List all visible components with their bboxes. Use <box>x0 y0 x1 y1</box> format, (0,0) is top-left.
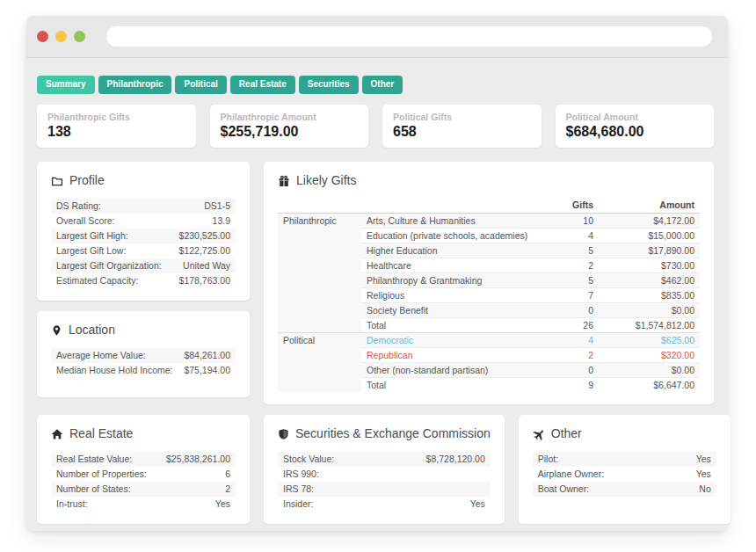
panel-title-text: Location <box>69 323 115 338</box>
browser-topbar <box>26 16 728 58</box>
row-value: $75,194.00 <box>184 366 230 375</box>
securities-panel: Securities & Exchange Commission Stock V… <box>264 415 505 524</box>
other-table: Pilot:YesAirplane Owner:YesBoat Owner:No <box>533 452 716 497</box>
gift-name-cell: Society Benefit <box>361 303 542 318</box>
location-panel-title: Location <box>51 323 236 338</box>
stat-cards-row: Philanthropic Gifts138Philanthropic Amou… <box>37 105 714 148</box>
gift-count-cell: 7 <box>542 288 599 303</box>
plane-icon <box>533 428 545 440</box>
tab-securities[interactable]: Securities <box>299 76 359 94</box>
table-row: Largest Gift Low:$122,725.00 <box>51 243 236 258</box>
shield-icon <box>278 428 289 440</box>
panel-title-text: Other <box>551 426 582 441</box>
gift-count-cell: 26 <box>542 318 599 333</box>
stat-card-political-amount: Political Amount$684,680.00 <box>556 105 715 148</box>
row-value: $84,261.00 <box>184 351 230 360</box>
gift-amount-cell: $320.00 <box>599 348 700 363</box>
row-label: Largest Gift High: <box>56 231 128 241</box>
gift-count-cell: 0 <box>542 303 599 318</box>
row-label: In-trust: <box>56 499 88 509</box>
table-row: PhilanthropicArts, Culture & Humanities1… <box>278 214 700 229</box>
panel-title-text: Securities & Exchange Commission <box>295 426 491 441</box>
gift-name-cell: Religious <box>361 288 542 303</box>
browser-window: SummaryPhilanthropicPoliticalReal Estate… <box>26 16 728 531</box>
table-row: PoliticalDemocratic4$625.00 <box>278 333 700 348</box>
panel-title-text: Real Estate <box>69 426 133 441</box>
stat-card-philanthropic-amount: Philanthropic Amount$255,719.00 <box>210 105 369 148</box>
window-zoom-button[interactable] <box>74 31 85 42</box>
gift-count-cell: 4 <box>542 229 599 243</box>
gift-name-cell: Total <box>361 318 542 333</box>
likely-gifts-body: PhilanthropicArts, Culture & Humanities1… <box>278 214 700 393</box>
row-label: Stock Value: <box>283 454 334 464</box>
gift-amount-cell: $730.00 <box>599 258 700 273</box>
securities-panel-title: Securities & Exchange Commission <box>278 426 491 441</box>
gift-amount-cell: $4,172.00 <box>599 214 700 229</box>
gift-name-cell: Higher Education <box>361 243 542 258</box>
url-input[interactable] <box>106 26 712 47</box>
row-value: 2 <box>225 484 230 494</box>
table-row: Median House Hold Income:$75,194.00 <box>51 363 236 378</box>
table-row: Stock Value:$8,728,120.00 <box>278 452 491 467</box>
left-column: Profile DS Rating:DS1-5Overall Score:13.… <box>37 162 250 397</box>
real-estate-panel-title: Real Estate <box>51 426 236 441</box>
likely-gifts-panel: Likely Gifts Gifts Amount PhilanthropicA… <box>264 162 714 404</box>
table-row: DS Rating:DS1-5 <box>51 199 236 214</box>
other-panel-title: Other <box>533 426 716 441</box>
row-value: $178,763.00 <box>179 276 230 286</box>
real-estate-panel: Real Estate Real Estate Value:$25,838,26… <box>37 415 250 524</box>
row-value: 13.9 <box>213 216 230 226</box>
table-row: IRS 78: <box>278 482 491 497</box>
securities-table: Stock Value:$8,728,120.00IRS 990:IRS 78:… <box>278 452 491 512</box>
table-row: Overall Score:13.9 <box>51 214 236 229</box>
row-label: DS Rating: <box>56 201 101 211</box>
table-row: Pilot:Yes <box>533 452 716 467</box>
gift-name-cell: Philanthropy & Grantmaking <box>361 273 542 288</box>
gift-amount-cell: $0.00 <box>599 303 700 318</box>
row-label: IRS 78: <box>283 484 314 494</box>
col-category <box>278 197 361 214</box>
map-marker-icon <box>51 324 62 337</box>
category-cell: Political <box>278 333 361 393</box>
gift-name-cell[interactable]: Democratic <box>361 333 542 348</box>
row-value: United Way <box>183 261 230 271</box>
gift-amount-cell: $1,574,812.00 <box>599 318 700 333</box>
gift-count-cell: 9 <box>542 378 599 393</box>
row-value: 6 <box>225 469 230 479</box>
likely-gifts-panel-title: Likely Gifts <box>278 173 700 188</box>
window-minimize-button[interactable] <box>55 31 67 42</box>
tab-other[interactable]: Other <box>362 76 403 94</box>
table-row: Insider:Yes <box>278 497 491 512</box>
stat-card-political-gifts: Political Gifts658 <box>382 105 542 148</box>
location-table: Average Home Value:$84,261.00Median Hous… <box>51 348 236 378</box>
stat-value: 658 <box>393 124 531 140</box>
table-row: Estimated Capacity:$178,763.00 <box>51 273 236 288</box>
gift-icon <box>278 175 290 187</box>
tab-summary[interactable]: Summary <box>37 76 95 94</box>
table-row: Boat Owner:No <box>533 482 716 497</box>
gift-name-cell[interactable]: Republican <box>361 348 542 363</box>
table-row: Number of States:2 <box>51 482 236 497</box>
row-label: Airplane Owner: <box>538 469 604 479</box>
window-close-button[interactable] <box>37 31 48 42</box>
stat-card-philanthropic-gifts: Philanthropic Gifts138 <box>37 105 196 148</box>
row-value: $8,728,120.00 <box>426 454 485 464</box>
likely-gifts-table: Gifts Amount PhilanthropicArts, Culture … <box>278 197 700 392</box>
row-value: $122,725.00 <box>179 246 230 256</box>
panel-title-text: Profile <box>69 173 105 188</box>
tab-political[interactable]: Political <box>175 76 226 94</box>
tab-philanthropic[interactable]: Philanthropic <box>98 76 172 94</box>
gift-count-cell: 0 <box>542 363 599 378</box>
row-label: Pilot: <box>538 454 558 464</box>
gift-name-cell: Education (private schools, academies) <box>361 229 542 243</box>
row-value: Yes <box>696 469 711 479</box>
gift-count-cell: 5 <box>542 273 599 288</box>
likely-gifts-header: Gifts Amount <box>278 197 700 214</box>
stat-value: $684,680.00 <box>566 124 704 140</box>
row-label: Largest Gift Organization: <box>56 261 162 271</box>
gift-amount-cell: $17,890.00 <box>599 243 700 258</box>
stat-label: Political Amount <box>566 112 704 123</box>
tab-real-estate[interactable]: Real Estate <box>230 76 295 94</box>
col-name <box>361 197 542 214</box>
gift-count-cell: 5 <box>542 243 599 258</box>
